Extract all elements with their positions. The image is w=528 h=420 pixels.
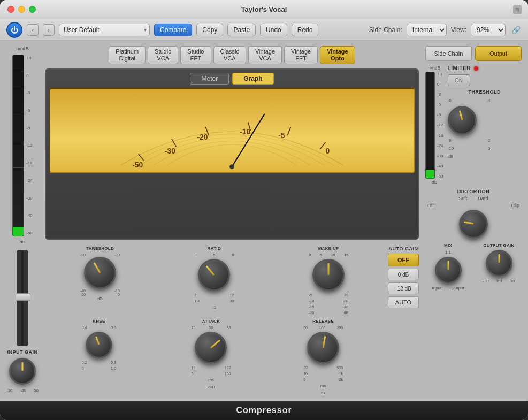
graph-tab[interactable]: Graph xyxy=(232,73,273,85)
thresh-r-2: -2 xyxy=(486,138,490,143)
auto-gain-title: AUTO GAIN xyxy=(389,246,418,251)
model-classic-vca[interactable]: ClassicVCA xyxy=(213,46,246,64)
mix-label: MIX xyxy=(444,243,452,248)
expand-icon[interactable]: ⊞ xyxy=(513,5,522,14)
mix-output: Output xyxy=(451,286,464,291)
makeup-knob[interactable] xyxy=(312,259,345,291)
side-chain-output-buttons: Side Chain Output xyxy=(425,46,522,61)
r-meter-24n: -24 xyxy=(437,143,443,148)
view-select[interactable]: 92% xyxy=(471,24,506,36)
model-studio-fet[interactable]: StudioFET xyxy=(180,46,211,64)
thresh-mark-0: 0 xyxy=(118,293,120,296)
input-gain-db: dB xyxy=(20,388,26,393)
mix-knob[interactable] xyxy=(435,257,462,284)
attack-knob[interactable] xyxy=(195,332,227,364)
right-panel: Side Chain Output -∞ dB +3 0 -3 xyxy=(425,46,522,395)
input-gain-fader-thumb[interactable] xyxy=(16,293,30,301)
release-label: RELEASE xyxy=(312,319,334,324)
limiter-controls: LIMITER ON THRESHOLD -6 -4 -8 -2 xyxy=(448,65,522,159)
threshold-knob[interactable] xyxy=(84,257,116,289)
ratio-section: RATIO 3 5 8 2 12 1.4 30 xyxy=(159,246,270,315)
model-vintage-opto[interactable]: VintageOpto xyxy=(320,46,355,64)
output-gain-knob[interactable] xyxy=(486,250,512,277)
output-button[interactable]: Output xyxy=(475,46,522,61)
paste-button[interactable]: Paste xyxy=(227,24,256,36)
release-knob[interactable] xyxy=(307,332,339,364)
preset-select[interactable]: User Default xyxy=(59,24,150,36)
inf-db-label-left: -∞ dB xyxy=(16,46,29,51)
r-meter-12n: -12 xyxy=(437,123,443,127)
auto-gain-12db-button[interactable]: -12 dB xyxy=(388,282,419,294)
attack-label: ATTACK xyxy=(202,319,220,324)
ratio-label: RATIO xyxy=(208,246,221,251)
close-button[interactable] xyxy=(7,6,14,13)
model-vintage-fet[interactable]: VintageFET xyxy=(284,46,318,64)
output-meter-section: -∞ dB +3 0 -3 -6 -9 -12 -18 xyxy=(425,65,443,185)
limiter-meter-row: -∞ dB +3 0 -3 -6 -9 -12 -18 xyxy=(425,65,522,185)
ratio-8: 8 xyxy=(232,253,234,257)
threshold-right-label: THRESHOLD xyxy=(448,89,522,95)
copy-button[interactable]: Copy xyxy=(196,24,223,36)
controls-row1: THRESHOLD -30 -20 -40 xyxy=(45,246,419,315)
auto-btn[interactable]: AUTO xyxy=(388,296,419,308)
side-chain-button[interactable]: Side Chain xyxy=(425,46,472,61)
input-gain-max: 30 xyxy=(34,388,39,393)
side-chain-select[interactable]: Internal xyxy=(407,24,447,36)
release-5k: 5k xyxy=(321,391,325,395)
out-gain-30n: -30 xyxy=(483,279,489,284)
thresh-r-4: -4 xyxy=(486,98,490,103)
release-100: 100 xyxy=(319,326,325,330)
r-meter-18n: -18 xyxy=(437,133,443,138)
release-500: 500 xyxy=(336,366,343,370)
undo-button[interactable]: Undo xyxy=(260,24,287,36)
nav-back-button[interactable]: ‹ xyxy=(27,24,39,36)
compare-button[interactable]: Compare xyxy=(154,24,192,36)
ratio-2: 2 xyxy=(194,293,196,297)
input-gain-knob[interactable] xyxy=(9,358,36,385)
auto-gain-0db-button[interactable]: 0 dB xyxy=(388,269,419,280)
thresh-r-0: 0 xyxy=(488,146,490,151)
input-gain-min: -30 xyxy=(6,388,13,393)
plugin-name: Compressor xyxy=(236,406,292,415)
model-platinum-digital[interactable]: PlatinumDigital xyxy=(109,46,146,64)
nav-forward-button[interactable]: › xyxy=(43,24,55,36)
dist-hard: Hard xyxy=(478,196,488,201)
model-vintage-vca[interactable]: VintageVCA xyxy=(248,46,282,64)
makeup-15: 15 xyxy=(344,253,348,257)
minimize-button[interactable] xyxy=(18,6,25,13)
svg-text:-50: -50 xyxy=(132,161,143,169)
link-icon[interactable]: 🔗 xyxy=(510,24,522,36)
makeup-n10: -10 xyxy=(309,299,314,303)
side-chain-label: Side Chain: xyxy=(369,26,402,34)
makeup-n5: -5 xyxy=(309,293,312,297)
controls-row2: KNEE 0.4 0.6 0.2 0.8 0 1.0 xyxy=(45,319,419,395)
makeup-10: 10 xyxy=(331,253,335,257)
model-selector: PlatinumDigital StudioVCA StudioFET Clas… xyxy=(45,46,419,64)
ratio-knob[interactable] xyxy=(198,259,230,291)
output-gain-label: OUTPUT GAIN xyxy=(483,243,514,248)
thresh-mark-40: -40 xyxy=(80,289,86,293)
threshold-right-knob[interactable] xyxy=(448,106,477,135)
input-gain-fader[interactable] xyxy=(17,250,28,346)
attack-80: 80 xyxy=(227,326,231,330)
left-panel: -∞ dB +3 0 xyxy=(6,46,39,395)
view-label: View: xyxy=(451,26,466,34)
redo-button[interactable]: Redo xyxy=(292,24,319,36)
distortion-knob[interactable] xyxy=(459,210,488,239)
meter-tab[interactable]: Meter xyxy=(190,73,229,85)
thresh-mark-20: -20 xyxy=(114,253,120,257)
attack-ms: ms xyxy=(208,378,214,383)
model-studio-vca[interactable]: StudioVCA xyxy=(148,46,178,64)
power-button[interactable]: ⏻ xyxy=(6,22,22,38)
main-content: -∞ dB +3 0 xyxy=(0,41,528,401)
ratio-5: 5 xyxy=(213,253,216,257)
limiter-on-button[interactable]: ON xyxy=(448,74,470,86)
r-meter-40n: -40 xyxy=(437,164,443,169)
auto-gain-off-button[interactable]: OFF xyxy=(388,254,419,266)
r-meter-30n: -30 xyxy=(437,154,443,158)
knee-knob[interactable] xyxy=(86,332,112,358)
maximize-button[interactable] xyxy=(29,6,36,13)
dist-soft: Soft xyxy=(458,196,467,201)
threshold-label: THRESHOLD xyxy=(86,246,114,251)
attack-15: 15 xyxy=(191,326,195,330)
